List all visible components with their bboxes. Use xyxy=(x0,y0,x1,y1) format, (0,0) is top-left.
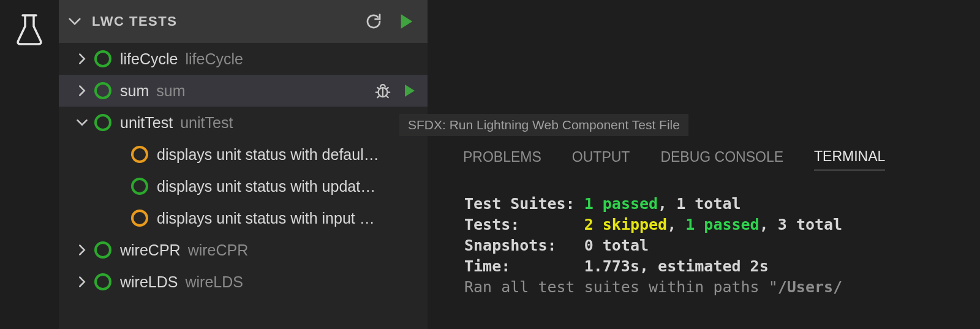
tree-item-label: lifeCycle xyxy=(120,50,178,68)
tree-item-label: sum xyxy=(120,82,149,100)
tree-row[interactable]: lifeCyclelifeCycle xyxy=(59,43,428,75)
tree-item-desc: unitTest xyxy=(180,114,233,132)
chevron-down-icon[interactable] xyxy=(74,116,91,129)
tree-item-label: unitTest xyxy=(120,114,173,132)
tree-row[interactable]: sumsum xyxy=(59,75,428,107)
status-pass-icon xyxy=(94,82,111,99)
tree-row[interactable]: unitTestunitTest xyxy=(59,107,428,138)
beaker-icon[interactable] xyxy=(14,12,45,46)
activity-bar xyxy=(0,0,59,329)
status-pass-icon xyxy=(94,50,111,67)
tree-item-label: displays unit status with updat… xyxy=(157,178,375,195)
status-pend-icon xyxy=(131,146,148,163)
test-sidebar: LWC TESTS lifeCyclelifeCyclesumsumunitTe… xyxy=(59,0,428,329)
tree-row[interactable]: displays unit status with defaul… xyxy=(59,138,428,170)
section-header[interactable]: LWC TESTS xyxy=(59,0,428,43)
tree-item-desc: wireLDS xyxy=(185,273,243,291)
bottom-panel: PROBLEMSOUTPUTDEBUG CONSOLETERMINAL Test… xyxy=(428,142,980,329)
tree-row[interactable]: wireLDSwireLDS xyxy=(59,266,428,298)
tree-row[interactable]: displays unit status with updat… xyxy=(59,170,428,202)
editor-area: SFDX: Run Lightning Web Component Test F… xyxy=(428,0,980,329)
debug-icon[interactable] xyxy=(371,79,394,102)
chevron-right-icon[interactable] xyxy=(74,276,91,288)
tab-problems[interactable]: PROBLEMS xyxy=(463,149,541,170)
tree-item-desc: wireCPR xyxy=(188,241,249,259)
play-icon[interactable] xyxy=(398,79,421,102)
play-icon[interactable] xyxy=(394,9,419,34)
tab-debug-console[interactable]: DEBUG CONSOLE xyxy=(660,149,783,170)
test-tree: lifeCyclelifeCyclesumsumunitTestunitTest… xyxy=(59,43,428,329)
tree-row[interactable]: wireCPRwireCPR xyxy=(59,234,428,266)
tree-item-desc: lifeCycle xyxy=(185,50,243,68)
tree-item-label: wireCPR xyxy=(120,241,181,259)
section-title: LWC TESTS xyxy=(92,13,177,29)
status-pend-icon xyxy=(131,210,148,227)
tree-item-label: displays unit status with input … xyxy=(157,210,375,227)
chevron-right-icon[interactable] xyxy=(74,244,91,256)
tree-item-label: displays unit status with defaul… xyxy=(157,146,379,164)
status-pass-icon xyxy=(131,178,148,195)
chevron-down-icon[interactable] xyxy=(66,15,83,28)
refresh-icon[interactable] xyxy=(361,9,386,34)
tab-terminal[interactable]: TERMINAL xyxy=(814,148,885,170)
status-pass-icon xyxy=(94,241,111,259)
chevron-right-icon[interactable] xyxy=(74,85,91,97)
tree-item-desc: sum xyxy=(156,82,185,100)
status-pass-icon xyxy=(94,273,111,290)
tree-row[interactable]: displays unit status with input … xyxy=(59,202,428,234)
panel-tabs: PROBLEMSOUTPUTDEBUG CONSOLETERMINAL xyxy=(428,142,974,176)
chevron-right-icon[interactable] xyxy=(74,53,91,65)
terminal-output[interactable]: Test Suites: 1 passed, 1 total Tests: 2 … xyxy=(428,176,974,298)
tab-output[interactable]: OUTPUT xyxy=(572,149,630,170)
status-pass-icon xyxy=(94,114,111,131)
tree-item-label: wireLDS xyxy=(120,273,178,291)
tooltip: SFDX: Run Lightning Web Component Test F… xyxy=(399,114,688,136)
